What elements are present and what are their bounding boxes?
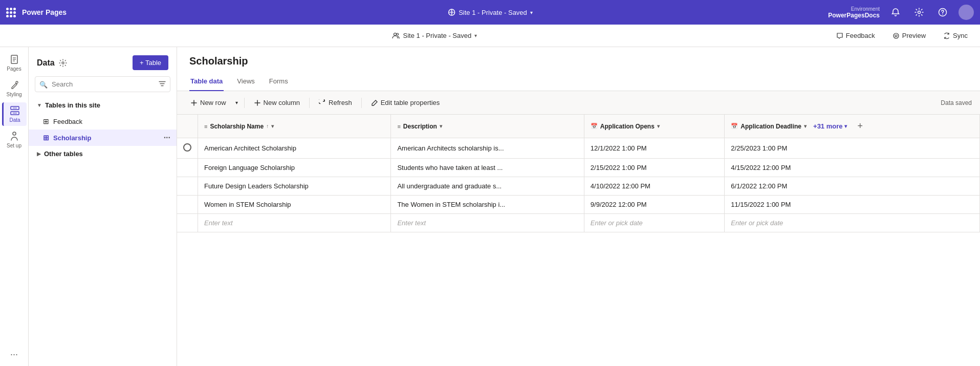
sync-icon: [943, 32, 950, 39]
search-input[interactable]: [35, 76, 170, 92]
cell-desc-4[interactable]: The Women in STEM scholarship i...: [391, 196, 584, 214]
help-button[interactable]: [935, 6, 950, 19]
edit-table-properties-button[interactable]: Edit table properties: [366, 96, 445, 109]
tab-forms[interactable]: Forms: [268, 73, 289, 91]
new-row-name[interactable]: Enter text: [198, 214, 391, 232]
tab-views[interactable]: Views: [236, 73, 255, 91]
col-dropdown-icon2[interactable]: ▾: [440, 123, 442, 129]
add-column-button[interactable]: +: [854, 119, 867, 134]
cell-name-4[interactable]: Women in STEM Scholarship: [198, 196, 391, 214]
row-dropdown-button[interactable]: ▾: [233, 97, 240, 108]
col-dropdown-icon[interactable]: ▾: [271, 123, 274, 129]
sort-asc-icon[interactable]: ↑: [266, 123, 269, 129]
edit-icon: [371, 99, 378, 106]
date-col-icon: 📅: [591, 123, 598, 130]
table-item-scholarship[interactable]: ⊞ Scholarship ···: [29, 130, 177, 146]
new-row-description[interactable]: Enter text: [391, 214, 584, 232]
feedback-button[interactable]: Feedback: [832, 30, 879, 41]
top-navigation: Power Pages Site 1 - Private - Saved ▾ E…: [0, 0, 980, 25]
refresh-icon: [319, 99, 326, 106]
svg-point-18: [62, 62, 64, 64]
sidebar-item-data[interactable]: Data: [2, 102, 27, 126]
avatar[interactable]: [959, 5, 974, 20]
cell-appopens-2[interactable]: 2/15/2022 1:00 PM: [584, 159, 725, 177]
refresh-button[interactable]: Refresh: [314, 96, 357, 109]
text-col-icon: ≡: [204, 123, 207, 130]
cell-name-1[interactable]: American Architect Scholarship: [198, 138, 391, 159]
environment-label: Environment: [851, 6, 880, 12]
cell-appopens-1[interactable]: 12/1/2022 1:00 PM: [584, 138, 725, 159]
row-selector-2[interactable]: [177, 159, 198, 177]
other-tables-section[interactable]: ▶ Other tables: [29, 146, 177, 162]
help-icon: [938, 8, 947, 17]
toolbar-divider2: [309, 98, 310, 108]
data-table-container[interactable]: ≡ Scholarship Name ↑ ▾ ≡ Description ▾: [177, 115, 980, 366]
settings-button[interactable]: [911, 6, 927, 19]
cell-appopens-3[interactable]: 4/10/2022 12:00 PM: [584, 177, 725, 196]
sidebar-item-styling[interactable]: Styling: [2, 77, 27, 100]
more-columns-button[interactable]: +31 more ▾: [809, 120, 851, 133]
svg-point-5: [394, 33, 396, 35]
table-row: Foreign Language Scholarship Students wh…: [177, 159, 980, 177]
new-row-button[interactable]: New row: [185, 96, 231, 109]
new-column-button[interactable]: New column: [249, 96, 306, 109]
row-selector-4[interactable]: [177, 196, 198, 214]
notifications-button[interactable]: [888, 6, 903, 19]
date-col-icon2: 📅: [731, 123, 738, 130]
cell-appdeadline-3[interactable]: 6/1/2022 12:00 PM: [725, 177, 980, 196]
sync-button[interactable]: Sync: [939, 30, 972, 41]
tab-tabledata[interactable]: Table data: [189, 73, 224, 91]
cell-appdeadline-4[interactable]: 11/15/2022 1:00 PM: [725, 196, 980, 214]
col-header-scholarship-name[interactable]: ≡ Scholarship Name ↑ ▾: [198, 115, 391, 138]
add-table-button[interactable]: + Table: [133, 55, 168, 70]
sidebar-title: Data: [37, 58, 67, 68]
second-navigation: Site 1 - Private - Saved ▾ Feedback Prev…: [0, 25, 980, 47]
table-row: Women in STEM Scholarship The Women in S…: [177, 196, 980, 214]
more-options[interactable]: ···: [10, 349, 18, 360]
table-row: Future Design Leaders Scholarship All un…: [177, 177, 980, 196]
cell-name-2[interactable]: Foreign Language Scholarship: [198, 159, 391, 177]
table-grid-icon: ⊞: [43, 117, 49, 125]
row-selector-1[interactable]: [177, 138, 198, 159]
sidebar-item-pages[interactable]: Pages: [2, 51, 27, 75]
chevron-right-icon: ▶: [37, 151, 41, 157]
table-more-button[interactable]: ···: [164, 133, 170, 142]
cell-desc-1[interactable]: American Architects scholarship is...: [391, 138, 584, 159]
settings-icon[interactable]: [59, 59, 67, 67]
col-dropdown-icon4[interactable]: ▾: [804, 123, 807, 129]
new-row-appopens[interactable]: Enter or pick date: [584, 214, 725, 232]
preview-button[interactable]: Preview: [888, 30, 930, 41]
col-dropdown-icon3[interactable]: ▾: [657, 123, 660, 129]
svg-point-8: [895, 35, 897, 37]
sidebar-item-setup[interactable]: Set up: [2, 128, 27, 152]
second-nav-right: Feedback Preview Sync: [832, 30, 972, 41]
site-selector[interactable]: Site 1 - Private - Saved ▾: [447, 8, 533, 16]
cell-appopens-4[interactable]: 9/9/2022 12:00 PM: [584, 196, 725, 214]
filter-icon[interactable]: [159, 80, 166, 89]
preview-icon: [892, 32, 900, 39]
cell-appdeadline-2[interactable]: 4/15/2022 12:00 PM: [725, 159, 980, 177]
plus-col-icon: [254, 99, 261, 106]
data-saved-status: Data saved: [941, 99, 972, 106]
chevron-down-icon2: ▾: [844, 123, 847, 129]
cell-appdeadline-1[interactable]: 2/25/2023 1:00 PM: [725, 138, 980, 159]
sidebar: Data + Table 🔍 ▼ Tables in this site: [29, 47, 177, 366]
environment-info: Environment PowerPagesDocs: [828, 6, 880, 19]
col-header-description[interactable]: ≡ Description ▾: [391, 115, 584, 138]
cell-desc-2[interactable]: Students who have taken at least ...: [391, 159, 584, 177]
tables-in-site-section[interactable]: ▼ Tables in this site: [29, 97, 177, 113]
cell-desc-3[interactable]: All undergraduate and graduate s...: [391, 177, 584, 196]
table-item-feedback[interactable]: ⊞ Feedback: [29, 113, 177, 130]
site-dropdown-icon[interactable]: ▾: [530, 10, 533, 15]
cell-name-3[interactable]: Future Design Leaders Scholarship: [198, 177, 391, 196]
second-nav-center: Site 1 - Private - Saved ▾: [392, 32, 477, 40]
second-nav-chevron[interactable]: ▾: [474, 33, 477, 38]
row-selector-header: [177, 115, 198, 138]
col-header-app-deadline[interactable]: 📅 Application Deadline ▾ +31 more ▾ +: [725, 115, 980, 138]
new-row-appdeadline[interactable]: Enter or pick date: [725, 214, 980, 232]
table-row: American Architect Scholarship American …: [177, 138, 980, 159]
row-selector-3[interactable]: [177, 177, 198, 196]
col-header-app-opens[interactable]: 📅 Application Opens ▾: [584, 115, 725, 138]
row-radio-1[interactable]: [183, 143, 191, 152]
apps-launcher[interactable]: [6, 8, 16, 17]
